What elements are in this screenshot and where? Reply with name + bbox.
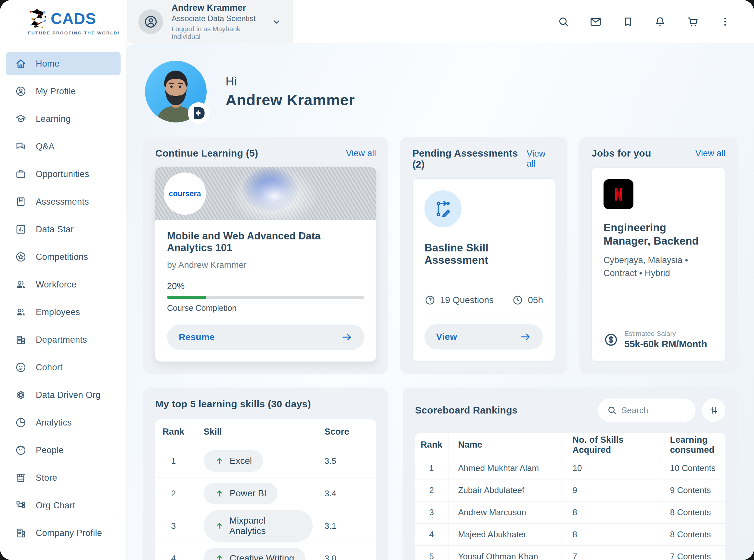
sidebar-item-store[interactable]: Store (6, 466, 120, 489)
filter-button[interactable] (702, 399, 726, 422)
table-row: 4 Majeed Abukhater 8 8 Contents (415, 523, 726, 545)
sidebar-label: Cohort (36, 362, 63, 373)
sidebar-item-home[interactable]: Home (6, 52, 120, 75)
sidebar-item-opportunities[interactable]: Opportunities (6, 162, 120, 186)
search-icon[interactable] (558, 16, 569, 27)
score-cell: 3.1 (313, 509, 376, 542)
column-header: Learning consumed (660, 433, 726, 457)
column-header: Name (448, 433, 563, 457)
arrow-up-icon (215, 456, 224, 465)
sidebar-label: Analytics (36, 418, 72, 428)
coursera-logo: coursera (164, 173, 206, 215)
pie-chart-icon (15, 417, 27, 428)
skill-pill: Power BI (204, 483, 278, 504)
search-input[interactable] (621, 405, 687, 416)
sidebar-item-cohort[interactable]: Cohort (6, 356, 120, 379)
kebab-menu-icon[interactable] (719, 16, 731, 27)
dollar-circle-icon (603, 332, 618, 347)
sidebar-label: Company Profile (36, 528, 102, 538)
sidebar-item-data-star[interactable]: Data Star (6, 218, 120, 241)
skill-pill: Excel (204, 450, 263, 472)
assessment-title: Basline Skill Assessment (424, 242, 543, 266)
rank-cell: 5 (415, 545, 448, 560)
assessment-card: Basline Skill Assessment 19 Questions (412, 178, 555, 362)
rank-cell: 1 (415, 457, 448, 479)
sidebar-item-company-profile[interactable]: Company Profile (6, 521, 120, 545)
sidebar-item-competitions[interactable]: Competitions (6, 245, 120, 268)
greeting: Hi Andrew Krammer (145, 61, 738, 122)
score-cell: 3.5 (313, 445, 376, 477)
salary-label: Estimated Salary (624, 330, 707, 338)
score-cell: 3.0 (313, 542, 376, 560)
table-row: 3 Mixpanel Analytics 3.1 (155, 509, 376, 542)
learning-cell: 10 Contents (660, 457, 726, 479)
top-bar: Andrew Krammer Associate Data Scientist … (127, 0, 754, 43)
mail-icon[interactable] (589, 16, 602, 28)
sidebar-label: Opportunities (36, 169, 90, 179)
sidebar-item-assessments[interactable]: Assessments (6, 190, 120, 214)
name-cell: Andrew Marcuson (448, 501, 563, 523)
resume-button[interactable]: Resume (167, 324, 364, 350)
name-cell: Ahmed Mukhtar Alam (448, 457, 563, 479)
arrow-right-icon (520, 331, 531, 343)
sidebar-item-org-chart[interactable]: Org Chart (6, 494, 120, 517)
sidebar-item-workforce[interactable]: Workforce (6, 273, 120, 296)
assessment-strategy-icon (424, 191, 462, 227)
view-label: View (436, 332, 457, 342)
user-menu[interactable]: Andrew Krammer Associate Data Scientist … (127, 0, 293, 43)
name-cell: Zubair Abdulateef (448, 479, 563, 501)
bookmark-icon[interactable] (622, 16, 634, 27)
rank-cell: 2 (155, 477, 192, 509)
bell-icon[interactable] (654, 16, 666, 28)
sidebar-item-analytics[interactable]: Analytics (6, 411, 120, 434)
sidebar-label: Home (36, 59, 59, 69)
arrow-right-icon (341, 331, 353, 343)
rank-cell: 1 (155, 445, 192, 477)
chevron-down-icon[interactable] (271, 16, 282, 27)
course-title: Mobile and Web Advanced Data Analytics 1… (167, 230, 364, 254)
view-button[interactable]: View (424, 324, 543, 349)
column-header: Rank (415, 433, 448, 457)
office-building-icon (15, 527, 27, 539)
view-all-link[interactable]: View all (346, 148, 376, 159)
rank-cell: 4 (155, 542, 192, 560)
section-title: My top 5 learning skills (30 days) (155, 399, 311, 409)
name-cell: Yousuf Othman Khan (448, 545, 563, 560)
course-banner: coursera (155, 167, 376, 220)
building-icon (15, 334, 27, 346)
arrow-up-icon (215, 489, 224, 498)
column-header: No. of Skills Acquired (563, 433, 660, 457)
skill-pill: Mixpanel Analytics (204, 510, 313, 542)
tune-filter-icon (709, 405, 719, 416)
user-name: Andrew Krammer (172, 3, 263, 13)
learning-cell: 8 Contents (660, 501, 726, 523)
cart-icon[interactable] (687, 15, 699, 28)
cads-logo-art-icon (28, 8, 48, 29)
sidebar-item-departments[interactable]: Departments (6, 328, 120, 352)
sidebar-item-data-driven-org[interactable]: Data Driven Org (6, 383, 120, 407)
sidebar-item-people[interactable]: People (6, 439, 120, 462)
briefcase-icon (15, 168, 27, 180)
sidebar-item-qa[interactable]: Q&A (6, 135, 120, 158)
sidebar-item-learning[interactable]: Learning (6, 107, 120, 131)
view-all-link[interactable]: View all (695, 148, 726, 159)
view-all-link[interactable]: View all (526, 149, 555, 169)
section-title: Continue Learning (5) (155, 148, 258, 159)
greeting-name: Andrew Krammer (226, 91, 354, 109)
people-group-icon (15, 279, 27, 291)
skill-name: Creative Writing (230, 553, 294, 560)
storefront-icon (15, 472, 27, 484)
sidebar-item-employees[interactable]: Employees (6, 300, 120, 324)
table-row: 2 Power BI 3.4 (155, 477, 376, 509)
job-title: Engineering Manager, Backend (603, 221, 713, 248)
sidebar-item-my-profile[interactable]: My Profile (6, 80, 120, 103)
question-circle-icon (424, 295, 436, 306)
name-cell: Majeed Abukhater (448, 523, 563, 545)
scoreboard-search[interactable] (598, 399, 696, 422)
table-row: 5 Yousuf Othman Khan 7 7 Contents (415, 545, 726, 560)
sidebar-label: Q&A (36, 142, 55, 152)
main-content: Hi Andrew Krammer Continue Learning (5) … (127, 43, 754, 560)
arrow-up-icon (215, 554, 224, 560)
search-icon (607, 405, 617, 415)
bookmark-book-icon (15, 196, 27, 207)
